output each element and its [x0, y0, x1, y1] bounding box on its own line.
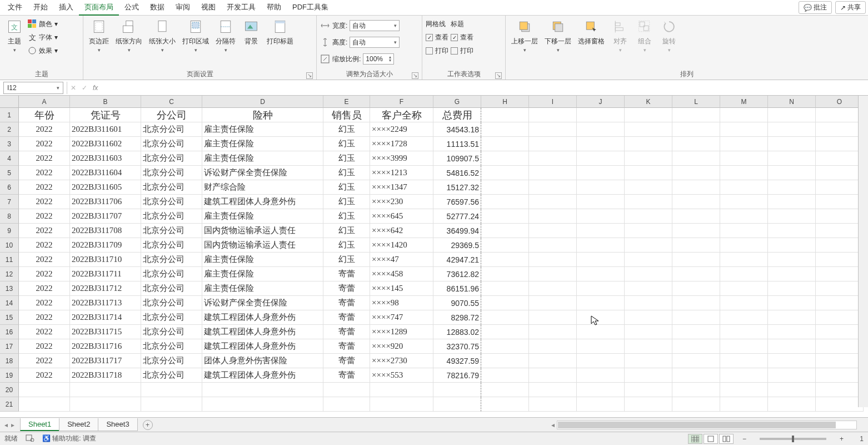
cell[interactable] [625, 281, 672, 296]
cell[interactable]: 2022 [19, 151, 70, 166]
cell[interactable] [577, 166, 625, 180]
cell[interactable] [625, 397, 672, 412]
cell[interactable]: 幻玉 [323, 151, 370, 166]
sheet-tab[interactable]: Sheet2 [59, 418, 98, 431]
cell[interactable] [577, 296, 625, 310]
cell[interactable] [625, 108, 672, 122]
cell[interactable] [625, 267, 672, 281]
size-button[interactable]: 纸张大小▾ [147, 17, 178, 54]
cell[interactable] [577, 224, 625, 238]
cell[interactable]: 2022 [19, 368, 70, 383]
dialog-launcher-icon[interactable]: ↘ [412, 72, 418, 79]
cell[interactable] [720, 180, 768, 195]
cell[interactable]: 北京分公司 [141, 151, 202, 166]
cell[interactable]: 幻玉 [323, 180, 370, 195]
zoom-level[interactable]: 1 [852, 435, 864, 443]
cell[interactable]: 2022 [19, 137, 70, 151]
cell[interactable] [577, 180, 625, 195]
cell[interactable] [529, 108, 577, 122]
sheet-tab[interactable]: Sheet1 [20, 418, 59, 431]
cell[interactable] [481, 224, 529, 238]
row-header[interactable]: 5 [0, 166, 19, 180]
cell[interactable] [433, 383, 481, 397]
cell[interactable] [70, 397, 141, 412]
effects-button[interactable]: 效果▾ [28, 44, 58, 57]
view-normal-button[interactable] [688, 434, 702, 444]
cell[interactable]: 国内货物运输承运人责任 [202, 224, 323, 238]
cell[interactable]: 幻玉 [323, 122, 370, 137]
cell[interactable]: 北京分公司 [141, 310, 202, 325]
cell[interactable]: 幻玉 [323, 166, 370, 180]
cell[interactable] [370, 383, 433, 397]
cell[interactable] [625, 383, 672, 397]
macro-record-icon[interactable] [26, 434, 34, 443]
cell[interactable] [816, 267, 864, 281]
row-header[interactable]: 21 [0, 397, 19, 412]
cell[interactable] [577, 310, 625, 325]
row-header[interactable]: 14 [0, 296, 19, 310]
cell[interactable]: 2022BJ311714 [70, 310, 141, 325]
cell[interactable]: 北京分公司 [141, 325, 202, 339]
column-header[interactable]: F [370, 96, 433, 108]
cell[interactable] [577, 354, 625, 368]
cell[interactable]: ××××747 [370, 310, 433, 325]
bring-forward-button[interactable]: 上移一层▾ [509, 17, 540, 54]
cell[interactable] [625, 354, 672, 368]
cell[interactable] [672, 180, 720, 195]
cell[interactable]: 财产综合险 [202, 180, 323, 195]
select-all-corner[interactable] [0, 96, 19, 108]
cell[interactable] [481, 122, 529, 137]
cancel-formula-icon[interactable]: ✕ [71, 84, 76, 92]
cell[interactable]: 49327.59 [433, 354, 481, 368]
cell[interactable] [768, 281, 816, 296]
column-header[interactable]: J [577, 96, 625, 108]
cell[interactable]: 15127.32 [433, 180, 481, 195]
cell[interactable] [816, 310, 864, 325]
column-header[interactable]: L [672, 96, 720, 108]
print-titles-button[interactable]: 打印标题 [265, 17, 296, 47]
cell[interactable] [816, 224, 864, 238]
cell[interactable] [529, 267, 577, 281]
cell[interactable] [816, 195, 864, 209]
height-select[interactable]: 自动▾ [350, 37, 400, 48]
cell[interactable] [768, 209, 816, 224]
row-header[interactable]: 9 [0, 224, 19, 238]
cell[interactable]: 北京分公司 [141, 253, 202, 267]
cell[interactable] [577, 253, 625, 267]
cell[interactable]: 2022BJ311603 [70, 151, 141, 166]
cell[interactable]: ××××2249 [370, 122, 433, 137]
cell[interactable]: 诉讼财产保全责任保险 [202, 296, 323, 310]
cell[interactable]: 总费用 [433, 108, 481, 122]
row-header[interactable]: 20 [0, 383, 19, 397]
cell[interactable] [720, 281, 768, 296]
zoom-out-button[interactable]: − [741, 435, 747, 443]
cell[interactable]: 2022BJ311716 [70, 339, 141, 354]
row-header[interactable]: 3 [0, 137, 19, 151]
cell[interactable] [816, 397, 864, 412]
row-header[interactable]: 6 [0, 180, 19, 195]
column-header[interactable]: O [816, 96, 864, 108]
dialog-launcher-icon[interactable]: ↘ [495, 72, 502, 79]
cell[interactable]: 2022BJ311717 [70, 354, 141, 368]
cell[interactable] [577, 151, 625, 166]
spreadsheet-grid[interactable]: ABCDEFGHIJKLMNO 123456789101112131415161… [0, 96, 868, 417]
row-header[interactable]: 19 [0, 368, 19, 383]
cell[interactable] [577, 368, 625, 383]
cell[interactable]: 2022BJ311707 [70, 209, 141, 224]
sheet-tab[interactable]: Sheet3 [98, 418, 137, 431]
cell[interactable]: ××××1213 [370, 166, 433, 180]
cell[interactable] [768, 296, 816, 310]
cell[interactable]: 2022BJ311605 [70, 180, 141, 195]
cell[interactable] [481, 166, 529, 180]
cell[interactable]: 寄蕾 [323, 368, 370, 383]
cell[interactable] [625, 253, 672, 267]
cell[interactable] [816, 281, 864, 296]
cell[interactable]: 11113.51 [433, 137, 481, 151]
cell[interactable] [577, 383, 625, 397]
cell[interactable]: 寄蕾 [323, 325, 370, 339]
cell[interactable]: 2022 [19, 166, 70, 180]
cell[interactable] [720, 166, 768, 180]
cell[interactable]: 2022 [19, 325, 70, 339]
cell[interactable] [481, 368, 529, 383]
cell[interactable]: 8298.72 [433, 310, 481, 325]
